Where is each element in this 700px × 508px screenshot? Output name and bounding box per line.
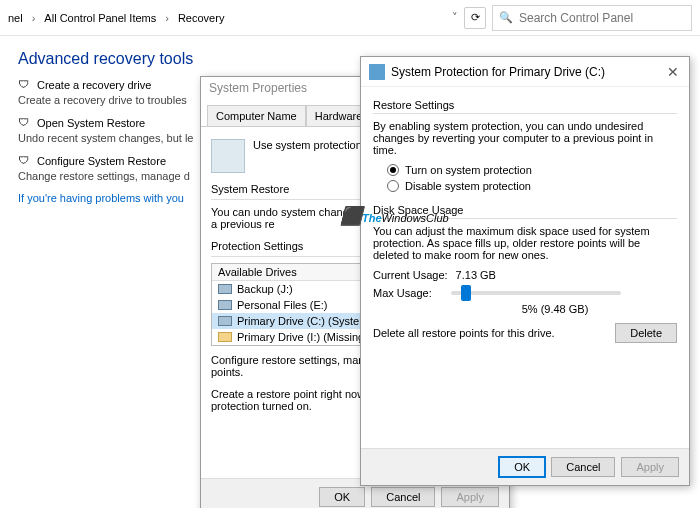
- group-disk-usage: Disk Space Usage: [373, 204, 677, 216]
- tab-computer-name[interactable]: Computer Name: [207, 105, 306, 126]
- current-usage-value: 7.13 GB: [456, 269, 496, 281]
- radio-icon: [387, 180, 399, 192]
- ok-button[interactable]: OK: [499, 457, 545, 477]
- rs-text: By enabling system protection, you can u…: [373, 120, 677, 156]
- radio-turn-on[interactable]: Turn on system protection: [387, 164, 677, 176]
- shield-icon: 🛡: [18, 154, 32, 168]
- cancel-button[interactable]: Cancel: [371, 487, 435, 507]
- dialog-icon: [369, 64, 385, 80]
- system-protection-dialog: System Protection for Primary Drive (C:)…: [360, 56, 690, 486]
- drive-icon: [218, 332, 232, 342]
- dialog-buttons: OK Cancel Apply: [361, 448, 689, 485]
- shield-icon: 🛡: [18, 78, 32, 92]
- du-text: You can adjust the maximum disk space us…: [373, 225, 677, 261]
- radio-icon: [387, 164, 399, 176]
- dialog-title: System Protection for Primary Drive (C:): [391, 65, 665, 79]
- delete-text: Delete all restore points for this drive…: [373, 327, 555, 339]
- breadcrumb-part[interactable]: Recovery: [178, 12, 224, 24]
- apply-button[interactable]: Apply: [621, 457, 679, 477]
- current-usage-label: Current Usage:: [373, 269, 448, 281]
- system-protection-icon: [211, 139, 245, 173]
- search-input[interactable]: [519, 11, 685, 25]
- max-usage-value: 5% (9.48 GB): [433, 303, 677, 315]
- cancel-button[interactable]: Cancel: [551, 457, 615, 477]
- dropdown-icon[interactable]: ˅: [452, 11, 458, 24]
- max-usage-label: Max Usage:: [373, 287, 443, 299]
- refresh-button[interactable]: ⟳: [464, 7, 486, 29]
- group-restore-settings: Restore Settings: [373, 99, 677, 111]
- drive-icon: [218, 284, 232, 294]
- search-icon: 🔍: [499, 11, 513, 24]
- shield-icon: 🛡: [18, 116, 32, 130]
- breadcrumb-part[interactable]: All Control Panel Items: [44, 12, 156, 24]
- breadcrumb-part[interactable]: nel: [8, 12, 23, 24]
- delete-button[interactable]: Delete: [615, 323, 677, 343]
- close-button[interactable]: ✕: [665, 64, 681, 80]
- chevron-right-icon: ›: [32, 12, 36, 24]
- max-usage-slider[interactable]: [451, 291, 621, 295]
- chevron-right-icon: ›: [165, 12, 169, 24]
- slider-thumb[interactable]: [461, 285, 471, 301]
- ok-button[interactable]: OK: [319, 487, 365, 507]
- address-bar: nel › All Control Panel Items › Recovery…: [0, 0, 700, 36]
- radio-disable[interactable]: Disable system protection: [387, 180, 677, 192]
- drive-icon: [218, 316, 232, 326]
- search-box[interactable]: 🔍: [492, 5, 692, 31]
- apply-button[interactable]: Apply: [441, 487, 499, 507]
- drive-icon: [218, 300, 232, 310]
